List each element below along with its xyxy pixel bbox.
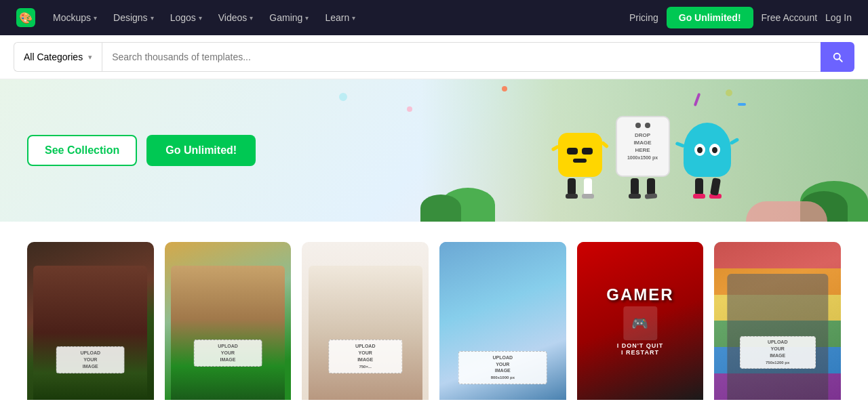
arm-right xyxy=(600,141,608,149)
card-image-1: UPLOADYOURIMAGE xyxy=(27,242,154,400)
decor-dot xyxy=(339,93,347,101)
nav-item-gaming[interactable]: Gaming ▾ xyxy=(262,8,315,27)
char-yellow xyxy=(558,133,602,199)
confetti-blue xyxy=(738,103,746,106)
hero-banner: See Collection Go Unlimited! xyxy=(0,79,868,222)
characters-group: DROPIMAGEHERE1000x1500 px xyxy=(545,109,745,205)
card-gaming-templates[interactable]: GAMER 🎮 I DON'T QUIT I RESTART 12151 Gam… xyxy=(577,242,704,408)
card-image-5: GAMER 🎮 I DON'T QUIT I RESTART xyxy=(577,242,704,400)
chevron-down-icon: ▾ xyxy=(88,53,92,62)
hero-illustration: DROPIMAGEHERE1000x1500 px xyxy=(420,79,868,222)
drop-image-label: DROPIMAGEHERE1000x1500 px xyxy=(627,131,658,162)
chevron-down-icon: ▾ xyxy=(305,14,309,22)
navbar: 🎨 Mockups ▾ Designs ▾ Logos ▾ Videos ▾ G… xyxy=(0,0,868,35)
arm-left xyxy=(551,144,559,151)
bush-left-small xyxy=(420,195,461,222)
free-account-link[interactable]: Free Account xyxy=(762,12,818,23)
grid-cards: UPLOADYOURIMAGE 129 Creators' Picks UPLO… xyxy=(27,242,841,408)
chevron-down-icon: ▾ xyxy=(250,14,253,22)
char-yellow-legs xyxy=(566,178,594,199)
login-link[interactable]: Log In xyxy=(825,12,852,23)
hero-buttons: See Collection Go Unlimited! xyxy=(27,135,256,166)
section-divider xyxy=(0,222,868,242)
card-video-mockups[interactable]: UPLOADYOURIMAGE 2591 Video Mockups xyxy=(165,242,292,408)
card-image-4: UPLOADYOURIMAGE800x1000 px xyxy=(439,242,566,400)
logo[interactable]: 🎨 xyxy=(16,8,35,27)
chevron-down-icon: ▾ xyxy=(352,14,355,22)
search-bar: All Categories ▾ xyxy=(0,35,868,79)
search-button[interactable] xyxy=(821,42,854,72)
chevron-down-icon: ▾ xyxy=(94,14,97,22)
card-info-4: 1856 Home Decor Templates xyxy=(439,400,566,408)
hero-go-unlimited-button[interactable]: Go Unlimited! xyxy=(146,135,256,166)
nav-item-designs[interactable]: Designs ▾ xyxy=(106,8,161,27)
nav-item-videos[interactable]: Videos ▾ xyxy=(212,8,260,27)
chevron-down-icon: ▾ xyxy=(151,14,154,22)
char-yellow-body xyxy=(558,133,602,177)
card-image-3: UPLOADYOURIMAGE750×... xyxy=(302,242,429,400)
card-info-6: 2393 Pride Templates xyxy=(714,400,841,408)
person-bg-3: UPLOADYOURIMAGE750×... xyxy=(309,266,422,400)
grid-section: UPLOADYOURIMAGE 129 Creators' Picks UPLO… xyxy=(0,242,868,408)
hero-content: See Collection Go Unlimited! xyxy=(27,135,256,166)
char-white: DROPIMAGEHERE1000x1500 px xyxy=(616,116,670,199)
char-teal-body xyxy=(684,123,731,177)
confetti-orange xyxy=(502,86,507,91)
card-image-2: UPLOADYOURIMAGE xyxy=(165,242,292,400)
nav-item-learn[interactable]: Learn ▾ xyxy=(318,8,362,27)
gamer-text: GAMER 🎮 I DON'T QUIT I RESTART xyxy=(606,286,673,356)
card-home-decor[interactable]: UPLOADYOURIMAGE800x1000 px 1856 Home Dec… xyxy=(439,242,566,408)
ground-pink xyxy=(746,201,827,222)
upload-overlay-6: UPLOADYOURIMAGE750x1200 px xyxy=(740,336,816,368)
gaming-icon: 🎮 xyxy=(623,306,657,340)
arm-left xyxy=(675,142,685,148)
pride-bg: UPLOADYOURIMAGE750x1200 px xyxy=(714,242,841,400)
pricing-link[interactable]: Pricing xyxy=(629,12,658,23)
char-teal xyxy=(684,123,731,199)
search-input[interactable] xyxy=(102,42,821,72)
card-info-3: 331 Mockups for Etsy xyxy=(302,400,429,408)
card-info-5: 12151 Gaming Templates xyxy=(577,400,704,408)
sunglasses xyxy=(567,148,593,155)
card-image-6: UPLOADYOURIMAGE750x1200 px xyxy=(714,242,841,400)
chevron-down-icon: ▾ xyxy=(199,14,202,22)
upload-overlay-3: UPLOADYOURIMAGE750×... xyxy=(328,340,402,373)
logo-icon: 🎨 xyxy=(16,8,35,27)
nav-items: Mockups ▾ Designs ▾ Logos ▾ Videos ▾ Gam… xyxy=(46,8,629,27)
card-pride-templates[interactable]: UPLOADYOURIMAGE750x1200 px 2393 Pride Te… xyxy=(714,242,841,408)
char-teal-legs xyxy=(693,178,722,199)
upload-overlay-1: UPLOADYOURIMAGE xyxy=(56,346,125,373)
arm-right xyxy=(729,138,739,145)
upload-overlay-4: UPLOADYOURIMAGE800x1000 px xyxy=(458,351,547,384)
card-info-1: 129 Creators' Picks xyxy=(27,400,154,408)
person-bg: UPLOADYOURIMAGE xyxy=(33,266,147,400)
category-label: All Categories xyxy=(24,52,83,62)
nav-right: Pricing Go Unlimited! Free Account Log I… xyxy=(629,7,852,28)
upload-overlay-2: UPLOADYOURIMAGE xyxy=(194,340,262,366)
nav-item-logos[interactable]: Logos ▾ xyxy=(163,8,209,27)
char-eyes xyxy=(635,123,650,128)
decor-dot xyxy=(407,106,412,112)
go-unlimited-button[interactable]: Go Unlimited! xyxy=(667,7,753,28)
card-info-2: 2591 Video Mockups xyxy=(165,400,292,408)
card-mockups-etsy[interactable]: UPLOADYOURIMAGE750×... 331 Mockups for E… xyxy=(302,242,429,408)
char-teal-eyes xyxy=(694,144,720,156)
see-collection-button[interactable]: See Collection xyxy=(27,135,137,166)
search-icon xyxy=(831,51,844,63)
nav-item-mockups[interactable]: Mockups ▾ xyxy=(46,8,104,27)
char-white-legs xyxy=(629,178,657,199)
char-smile xyxy=(573,159,587,163)
card-creators-picks[interactable]: UPLOADYOURIMAGE 129 Creators' Picks xyxy=(27,242,154,408)
category-dropdown[interactable]: All Categories ▾ xyxy=(14,42,102,72)
char-white-body: DROPIMAGEHERE1000x1500 px xyxy=(616,116,670,177)
person-bg-2: UPLOADYOURIMAGE xyxy=(171,266,285,400)
